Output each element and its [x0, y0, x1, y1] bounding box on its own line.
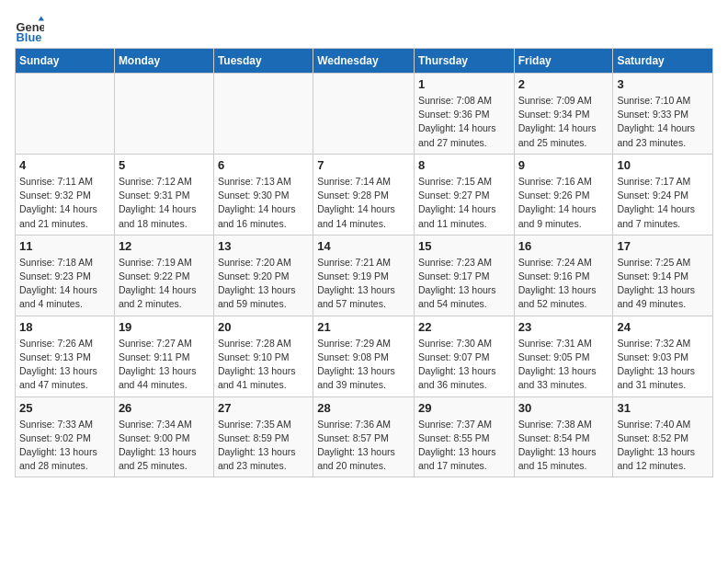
day-number: 15 [418, 239, 510, 253]
calendar-cell: 4Sunrise: 7:11 AMSunset: 9:32 PMDaylight… [16, 154, 115, 235]
day-number: 17 [617, 239, 709, 253]
calendar-cell: 16Sunrise: 7:24 AMSunset: 9:16 PMDayligh… [514, 235, 613, 316]
day-info: Sunrise: 7:35 AMSunset: 8:59 PMDaylight:… [218, 418, 309, 474]
logo-icon: General Blue [15, 15, 44, 44]
day-number: 10 [617, 158, 709, 172]
day-info: Sunrise: 7:19 AMSunset: 9:22 PMDaylight:… [119, 256, 210, 312]
day-info: Sunrise: 7:34 AMSunset: 9:00 PMDaylight:… [119, 418, 210, 474]
calendar-cell: 22Sunrise: 7:30 AMSunset: 9:07 PMDayligh… [414, 316, 514, 396]
day-number: 23 [518, 320, 609, 334]
calendar-cell: 15Sunrise: 7:23 AMSunset: 9:17 PMDayligh… [414, 235, 514, 316]
day-number: 22 [418, 320, 510, 334]
day-info: Sunrise: 7:14 AMSunset: 9:28 PMDaylight:… [317, 175, 410, 231]
calendar-cell: 20Sunrise: 7:28 AMSunset: 9:10 PMDayligh… [213, 316, 313, 396]
day-info: Sunrise: 7:36 AMSunset: 8:57 PMDaylight:… [317, 418, 410, 474]
day-info: Sunrise: 7:09 AMSunset: 9:34 PMDaylight:… [518, 94, 609, 150]
day-info: Sunrise: 7:17 AMSunset: 9:24 PMDaylight:… [617, 175, 709, 231]
day-number: 16 [518, 239, 609, 253]
calendar-cell [313, 74, 415, 155]
day-info: Sunrise: 7:16 AMSunset: 9:26 PMDaylight:… [518, 175, 609, 231]
day-info: Sunrise: 7:31 AMSunset: 9:05 PMDaylight:… [518, 337, 609, 393]
day-number: 19 [119, 320, 210, 334]
calendar-cell: 30Sunrise: 7:38 AMSunset: 8:54 PMDayligh… [514, 396, 613, 477]
day-info: Sunrise: 7:23 AMSunset: 9:17 PMDaylight:… [418, 256, 510, 312]
day-number: 13 [218, 239, 309, 253]
day-info: Sunrise: 7:26 AMSunset: 9:13 PMDaylight:… [19, 337, 110, 393]
calendar-cell: 29Sunrise: 7:37 AMSunset: 8:55 PMDayligh… [414, 396, 514, 477]
calendar-cell: 24Sunrise: 7:32 AMSunset: 9:03 PMDayligh… [613, 316, 713, 396]
calendar-cell: 27Sunrise: 7:35 AMSunset: 8:59 PMDayligh… [213, 396, 313, 477]
day-number: 8 [418, 158, 510, 172]
day-info: Sunrise: 7:21 AMSunset: 9:19 PMDaylight:… [317, 256, 410, 312]
day-info: Sunrise: 7:33 AMSunset: 9:02 PMDaylight:… [19, 418, 110, 474]
calendar-cell: 13Sunrise: 7:20 AMSunset: 9:20 PMDayligh… [213, 235, 313, 316]
weekday-header: Thursday [414, 49, 514, 74]
calendar-cell: 25Sunrise: 7:33 AMSunset: 9:02 PMDayligh… [16, 396, 115, 477]
day-info: Sunrise: 7:24 AMSunset: 9:16 PMDaylight:… [518, 256, 609, 312]
calendar-cell: 31Sunrise: 7:40 AMSunset: 8:52 PMDayligh… [613, 396, 713, 477]
day-number: 4 [19, 158, 110, 172]
day-number: 20 [218, 320, 309, 334]
calendar-cell [213, 74, 313, 155]
calendar-table: SundayMondayTuesdayWednesdayThursdayFrid… [15, 48, 713, 477]
day-number: 18 [19, 320, 110, 334]
calendar-week-row: 4Sunrise: 7:11 AMSunset: 9:32 PMDaylight… [16, 154, 713, 235]
svg-text:Blue: Blue [17, 30, 42, 44]
day-number: 31 [617, 401, 709, 415]
calendar-cell: 12Sunrise: 7:19 AMSunset: 9:22 PMDayligh… [114, 235, 213, 316]
calendar-cell: 18Sunrise: 7:26 AMSunset: 9:13 PMDayligh… [16, 316, 115, 396]
day-info: Sunrise: 7:38 AMSunset: 8:54 PMDaylight:… [518, 418, 609, 474]
weekday-header: Friday [514, 49, 613, 74]
day-info: Sunrise: 7:10 AMSunset: 9:33 PMDaylight:… [617, 94, 709, 150]
day-info: Sunrise: 7:08 AMSunset: 9:36 PMDaylight:… [418, 94, 510, 150]
calendar-cell: 1Sunrise: 7:08 AMSunset: 9:36 PMDaylight… [414, 74, 514, 155]
day-info: Sunrise: 7:13 AMSunset: 9:30 PMDaylight:… [218, 175, 309, 231]
calendar-cell: 26Sunrise: 7:34 AMSunset: 9:00 PMDayligh… [114, 396, 213, 477]
day-info: Sunrise: 7:18 AMSunset: 9:23 PMDaylight:… [19, 256, 110, 312]
day-info: Sunrise: 7:27 AMSunset: 9:11 PMDaylight:… [119, 337, 210, 393]
day-number: 11 [19, 239, 110, 253]
calendar-cell: 2Sunrise: 7:09 AMSunset: 9:34 PMDaylight… [514, 74, 613, 155]
calendar-week-row: 18Sunrise: 7:26 AMSunset: 9:13 PMDayligh… [16, 316, 713, 396]
day-number: 27 [218, 401, 309, 415]
calendar-cell: 28Sunrise: 7:36 AMSunset: 8:57 PMDayligh… [313, 396, 415, 477]
day-number: 26 [119, 401, 210, 415]
day-number: 12 [119, 239, 210, 253]
calendar-header-row: SundayMondayTuesdayWednesdayThursdayFrid… [16, 49, 713, 74]
weekday-header: Saturday [613, 49, 713, 74]
calendar-cell [114, 74, 213, 155]
day-info: Sunrise: 7:12 AMSunset: 9:31 PMDaylight:… [119, 175, 210, 231]
calendar-cell: 11Sunrise: 7:18 AMSunset: 9:23 PMDayligh… [16, 235, 115, 316]
day-info: Sunrise: 7:37 AMSunset: 8:55 PMDaylight:… [418, 418, 510, 474]
calendar-week-row: 11Sunrise: 7:18 AMSunset: 9:23 PMDayligh… [16, 235, 713, 316]
weekday-header: Tuesday [213, 49, 313, 74]
day-number: 2 [518, 77, 609, 91]
day-number: 30 [518, 401, 609, 415]
day-number: 28 [317, 401, 410, 415]
day-number: 9 [518, 158, 609, 172]
calendar-cell [16, 74, 115, 155]
calendar-cell: 6Sunrise: 7:13 AMSunset: 9:30 PMDaylight… [213, 154, 313, 235]
weekday-header: Wednesday [313, 49, 415, 74]
calendar-week-row: 25Sunrise: 7:33 AMSunset: 9:02 PMDayligh… [16, 396, 713, 477]
day-info: Sunrise: 7:15 AMSunset: 9:27 PMDaylight:… [418, 175, 510, 231]
weekday-header: Sunday [16, 49, 115, 74]
calendar-cell: 23Sunrise: 7:31 AMSunset: 9:05 PMDayligh… [514, 316, 613, 396]
calendar-cell: 14Sunrise: 7:21 AMSunset: 9:19 PMDayligh… [313, 235, 415, 316]
calendar-cell: 9Sunrise: 7:16 AMSunset: 9:26 PMDaylight… [514, 154, 613, 235]
day-info: Sunrise: 7:30 AMSunset: 9:07 PMDaylight:… [418, 337, 510, 393]
logo: General Blue [15, 15, 48, 44]
day-info: Sunrise: 7:29 AMSunset: 9:08 PMDaylight:… [317, 337, 410, 393]
header: General Blue [15, 15, 713, 44]
calendar-cell: 8Sunrise: 7:15 AMSunset: 9:27 PMDaylight… [414, 154, 514, 235]
day-number: 25 [19, 401, 110, 415]
day-number: 21 [317, 320, 410, 334]
day-number: 14 [317, 239, 410, 253]
day-number: 6 [218, 158, 309, 172]
day-info: Sunrise: 7:25 AMSunset: 9:14 PMDaylight:… [617, 256, 709, 312]
calendar-body: 1Sunrise: 7:08 AMSunset: 9:36 PMDaylight… [16, 74, 713, 477]
svg-marker-2 [39, 17, 44, 21]
calendar-cell: 21Sunrise: 7:29 AMSunset: 9:08 PMDayligh… [313, 316, 415, 396]
weekday-header: Monday [114, 49, 213, 74]
day-info: Sunrise: 7:32 AMSunset: 9:03 PMDaylight:… [617, 337, 709, 393]
